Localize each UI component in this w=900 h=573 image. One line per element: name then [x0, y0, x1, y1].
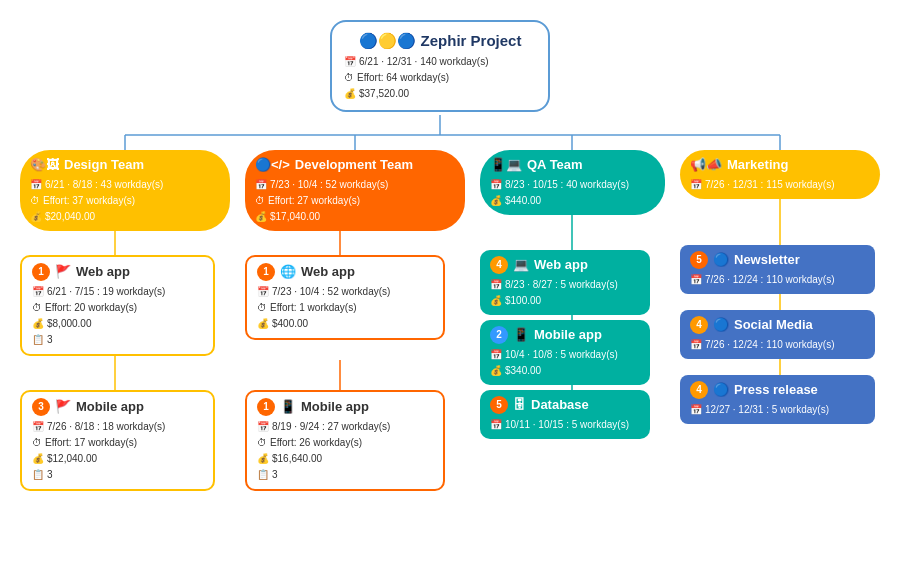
qa-mobile-label: Mobile app: [534, 326, 602, 344]
marketing-icon: 📢📣: [690, 156, 722, 174]
qa-web-node[interactable]: 4 💻 Web app 📅8/23 · 8/27 : 5 workday(s) …: [480, 250, 650, 315]
mktp-date: 12/27 · 12/31 : 5 workday(s): [705, 402, 829, 417]
devm-date: 8/19 · 9/24 : 27 workday(s): [272, 419, 390, 434]
design-web-icon: 🚩: [55, 263, 71, 281]
mkt-social-badge: 4: [690, 316, 708, 334]
dm-subtask: 3: [47, 467, 53, 482]
design-mobile-badge: 3: [32, 398, 50, 416]
qa-db-badge: 5: [490, 396, 508, 414]
mkt-social-node[interactable]: 4 🔵 Social Media 📅7/26 · 12/24 : 110 wor…: [680, 310, 875, 359]
qa-web-header: 4 💻 Web app: [490, 256, 640, 274]
dev-mobile-badge: 1: [257, 398, 275, 416]
mktn-date: 7/26 · 12/24 : 110 workday(s): [705, 272, 835, 287]
mkt-newsletter-badge: 5: [690, 251, 708, 269]
qa-mobile-icon: 📱: [513, 326, 529, 344]
design-web-header: 1 🚩 Web app: [32, 263, 203, 281]
dev-web-badge: 1: [257, 263, 275, 281]
mkt-social-header: 4 🔵 Social Media: [690, 316, 865, 334]
devm-cost: $16,640.00: [272, 451, 322, 466]
root-cost: $37,520.00: [359, 86, 409, 101]
dev-mobile-label: Mobile app: [301, 398, 369, 416]
dev-mobile-info: 📅8/19 · 9/24 : 27 workday(s) ⏱Effort: 26…: [257, 419, 433, 482]
design-mobile-header: 3 🚩 Mobile app: [32, 398, 203, 416]
dm-effort: Effort: 17 workday(s): [45, 435, 137, 450]
dev-team-label: Development Team: [295, 156, 413, 174]
mkt-social-icon: 🔵: [713, 316, 729, 334]
mkt-press-badge: 4: [690, 381, 708, 399]
dev-icon: 🔵</>: [255, 156, 290, 174]
mkt-newsletter-label: Newsletter: [734, 251, 800, 269]
mkt-newsletter-header: 5 🔵 Newsletter: [690, 251, 865, 269]
qa-db-info: 📅10/11 · 10/15 : 5 workday(s): [490, 417, 640, 432]
dev-web-node[interactable]: 1 🌐 Web app 📅7/23 · 10/4 : 52 workday(s)…: [245, 255, 445, 340]
design-web-info: 📅6/21 · 7/15 : 19 workday(s) ⏱Effort: 20…: [32, 284, 203, 347]
qa-cost: $440.00: [505, 193, 541, 208]
dev-team-node[interactable]: 🔵</> Development Team 📅7/23 · 10/4 : 52 …: [245, 150, 465, 231]
qa-team-header: 📱💻 QA Team: [490, 156, 655, 174]
mkt-press-info: 📅12/27 · 12/31 : 5 workday(s): [690, 402, 865, 417]
mkt-press-header: 4 🔵 Press release: [690, 381, 865, 399]
qaw-cost: $100.00: [505, 293, 541, 308]
dw-cost: $8,000.00: [47, 316, 92, 331]
devw-cost: $400.00: [272, 316, 308, 331]
mkts-date: 7/26 · 12/24 : 110 workday(s): [705, 337, 835, 352]
design-date: 6/21 · 8/18 : 43 workday(s): [45, 177, 163, 192]
dm-date: 7/26 · 8/18 : 18 workday(s): [47, 419, 165, 434]
dev-mobile-node[interactable]: 1 📱 Mobile app 📅8/19 · 9/24 : 27 workday…: [245, 390, 445, 491]
dw-subtask: 3: [47, 332, 53, 347]
root-effort: Effort: 64 workday(s): [357, 70, 449, 85]
design-web-badge: 1: [32, 263, 50, 281]
dev-cost: $17,040.00: [270, 209, 320, 224]
root-title: Zephir Project: [421, 30, 522, 51]
qa-mobile-header: 2 📱 Mobile app: [490, 326, 640, 344]
dev-web-header: 1 🌐 Web app: [257, 263, 433, 281]
dev-web-info: 📅7/23 · 10/4 : 52 workday(s) ⏱Effort: 1 …: [257, 284, 433, 331]
design-team-label: Design Team: [64, 156, 144, 174]
qa-mobile-info: 📅10/4 · 10/8 : 5 workday(s) 💰$340.00: [490, 347, 640, 378]
qa-date: 8/23 · 10/15 : 40 workday(s): [505, 177, 629, 192]
qa-web-icon: 💻: [513, 256, 529, 274]
design-web-node[interactable]: 1 🚩 Web app 📅6/21 · 7/15 : 19 workday(s)…: [20, 255, 215, 356]
devw-date: 7/23 · 10/4 : 52 workday(s): [272, 284, 390, 299]
qa-mobile-badge: 2: [490, 326, 508, 344]
qa-db-icon: 🗄: [513, 396, 526, 414]
root-node[interactable]: 🔵🟡🔵 Zephir Project 📅6/21 · 12/31 · 140 w…: [330, 20, 550, 112]
design-mobile-node[interactable]: 3 🚩 Mobile app 📅7/26 · 8/18 : 18 workday…: [20, 390, 215, 491]
root-icon: 🔵🟡🔵: [359, 30, 416, 51]
design-web-label: Web app: [76, 263, 130, 281]
diagram: 🔵🟡🔵 Zephir Project 📅6/21 · 12/31 · 140 w…: [0, 0, 900, 573]
qa-web-info: 📅8/23 · 8/27 : 5 workday(s) 💰$100.00: [490, 277, 640, 308]
qa-database-header: 5 🗄 Database: [490, 396, 640, 414]
dw-effort: Effort: 20 workday(s): [45, 300, 137, 315]
dev-team-header: 🔵</> Development Team: [255, 156, 455, 174]
mkt-press-label: Press release: [734, 381, 818, 399]
qa-mobile-node[interactable]: 2 📱 Mobile app 📅10/4 · 10/8 : 5 workday(…: [480, 320, 650, 385]
design-team-node[interactable]: 🎨🖼 Design Team 📅6/21 · 8/18 : 43 workday…: [20, 150, 230, 231]
dev-team-info: 📅7/23 · 10/4 : 52 workday(s) ⏱Effort: 27…: [255, 177, 455, 224]
design-mobile-info: 📅7/26 · 8/18 : 18 workday(s) ⏱Effort: 17…: [32, 419, 203, 482]
mkt-press-icon: 🔵: [713, 381, 729, 399]
design-mobile-icon: 🚩: [55, 398, 71, 416]
dw-date: 6/21 · 7/15 : 19 workday(s): [47, 284, 165, 299]
root-info: 📅6/21 · 12/31 · 140 workday(s) ⏱Effort: …: [344, 54, 536, 101]
qa-icon: 📱💻: [490, 156, 522, 174]
design-cost: $20,040.00: [45, 209, 95, 224]
qa-db-label: Database: [531, 396, 589, 414]
dev-mobile-icon: 📱: [280, 398, 296, 416]
design-team-info: 📅6/21 · 8/18 : 43 workday(s) ⏱Effort: 37…: [30, 177, 220, 224]
qaw-date: 8/23 · 8/27 : 5 workday(s): [505, 277, 618, 292]
qa-team-node[interactable]: 📱💻 QA Team 📅8/23 · 10/15 : 40 workday(s)…: [480, 150, 665, 215]
qa-team-info: 📅8/23 · 10/15 : 40 workday(s) 💰$440.00: [490, 177, 655, 208]
dm-cost: $12,040.00: [47, 451, 97, 466]
design-icon: 🎨🖼: [30, 156, 59, 174]
devw-effort: Effort: 1 workday(s): [270, 300, 357, 315]
qa-database-node[interactable]: 5 🗄 Database 📅10/11 · 10/15 : 5 workday(…: [480, 390, 650, 439]
dev-effort: Effort: 27 workday(s): [268, 193, 360, 208]
design-team-header: 🎨🖼 Design Team: [30, 156, 220, 174]
mkt-newsletter-node[interactable]: 5 🔵 Newsletter 📅7/26 · 12/24 : 110 workd…: [680, 245, 875, 294]
mkt-press-node[interactable]: 4 🔵 Press release 📅12/27 · 12/31 : 5 wor…: [680, 375, 875, 424]
marketing-node[interactable]: 📢📣 Marketing 📅7/26 · 12/31 : 115 workday…: [680, 150, 880, 199]
design-mobile-label: Mobile app: [76, 398, 144, 416]
mkt-social-label: Social Media: [734, 316, 813, 334]
mkt-social-info: 📅7/26 · 12/24 : 110 workday(s): [690, 337, 865, 352]
